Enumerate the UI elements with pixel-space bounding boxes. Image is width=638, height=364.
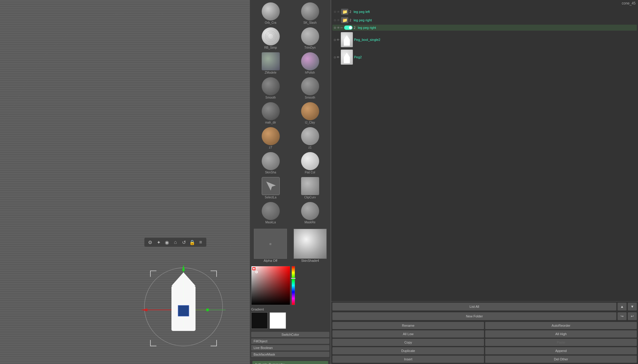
brush-label-smooth2: Smooth [305,96,315,99]
hue-marker [291,278,296,279]
brush-label-z7: z7 [269,146,272,149]
alpha-off-section[interactable]: α Alpha Off [251,229,290,262]
brush-item-clip-cur[interactable]: ClipCurv [291,176,329,200]
lock-icon[interactable]: 🔒 [189,239,196,246]
toggle-icon-4[interactable]: ⊙ [334,38,336,41]
eye-icon-3[interactable]: 👁 [337,26,340,29]
arrow-up-button[interactable]: ▲ [618,303,627,310]
all-high-button[interactable]: All High [485,330,637,338]
brush-item-mah-dir[interactable]: mah_dir [251,101,290,125]
brush-item-mask-re[interactable]: MaskRe [291,201,329,225]
material-section[interactable]: SkinShade4 [291,229,329,262]
brush-label-rb-simp: RB_Simp [264,46,277,49]
paste-button[interactable]: Paste [485,339,637,346]
subtool-item-leg-peg-left[interactable]: ⚙ 👁 📁 2 leg peg left [332,8,637,16]
subtool-item-leg-peg-right2[interactable]: ⚙ 👁 ✏ 2 leg peg right [332,25,637,31]
subtool-panel: cone_45 ⚙ 👁 📁 2 leg peg left ⚙ 👁 📁 2 leg… [331,0,638,364]
color-field[interactable] [251,266,290,305]
forward-button[interactable]: ↩ [628,312,637,320]
subtool-name-peg-bool: Peg_bool_single2 [354,38,636,41]
brush-thumb-select-la [262,177,280,195]
eye-icon-1[interactable]: 👁 [337,10,340,14]
auto-reorder-button[interactable]: AutoReorder [485,322,637,329]
brush-label-zmodel: ZModele [265,71,276,74]
rename-button[interactable]: Rename [332,322,484,329]
insert-button[interactable]: Insert [332,356,484,363]
subtool-name-leg-peg-right1: leg peg right [354,18,636,22]
eye-icon-2[interactable]: 👁 [337,19,340,22]
all-low-button[interactable]: All Low [332,330,484,338]
subtool-name-peg2: Peg2 [354,55,636,59]
brush-item-select-la[interactable]: SelectLa [251,176,290,200]
brush-label-flat-col: Flat Col [305,171,315,174]
location-icon[interactable]: ◉ [164,239,170,246]
brush-item-smooth[interactable]: Smooth [251,76,290,100]
new-folder-button[interactable]: New Folder [332,312,616,320]
brush-thumb-smooth2 [301,77,319,95]
brush-item-skinsha[interactable]: SkinSha [251,151,290,175]
copy-button[interactable]: Copy [332,339,484,346]
brush-label-clip-cur: ClipCurv [304,196,316,199]
folder-icon-1: 📁 [341,9,348,15]
subtool-item-leg-peg-right1[interactable]: ⚙ 👁 📁 2 leg peg right [332,16,637,24]
pencil-icon-3[interactable]: ✏ [341,26,343,29]
subtool-list: ⚙ 👁 📁 2 leg peg left ⚙ 👁 📁 2 leg peg rig… [331,7,638,301]
brush-item-rb-simp[interactable]: RB_Simp [251,26,290,50]
live-boolean-button[interactable]: Live Boolean [251,345,329,350]
alpha-thumb: α [254,229,287,259]
brush-item-sk-slash[interactable]: SK_Slash [291,1,329,26]
activate-symmetry-button[interactable]: Activate Symmetry [252,361,328,364]
redirect-button[interactable]: ↪ [618,312,627,320]
brush-item-orb-cra[interactable]: Orb_Cra [251,1,290,26]
fill-object-button[interactable]: FillObject [251,338,329,344]
material-label: SkinShade4 [301,259,319,262]
del-other-button[interactable]: Del Other [485,356,637,363]
brush-thumb-trim-dyn [301,27,319,45]
subtool-toggle-3[interactable] [344,26,353,30]
list-all-button[interactable]: List All [332,303,616,310]
brush-label-ij-clay: IJ_Clay [305,121,315,124]
pin-icon[interactable]: ✦ [155,239,162,246]
color-cursor-2 [255,271,258,273]
subtool-thumb-peg-bool [341,32,353,47]
gear-icon-3[interactable]: ⚙ [334,26,336,29]
brush-thumb-zmodel [262,52,280,70]
brush-item-smooth2[interactable]: Smooth [291,76,329,100]
brush-label-skinsha: SkinSha [265,171,276,174]
brush-thumb-mask-la [262,202,280,220]
gizmo-area[interactable] [132,247,235,349]
gear-icon-1[interactable]: ⚙ [334,10,336,14]
subtool-item-peg-bool[interactable]: ⊙ 👁 Peg_bool_single2 [332,31,637,48]
undo-icon[interactable]: ↺ [180,239,187,246]
switch-color-button[interactable]: SwitchColor [251,332,329,337]
layers-icon[interactable]: ≡ [197,239,204,246]
backface-mask-button[interactable]: BackfaceMask [251,352,329,357]
settings-icon[interactable]: ⚙ [147,239,153,246]
subtool-item-peg2[interactable]: ⊙ 👁 Peg2 [332,49,637,66]
alpha-material-row: α Alpha Off SkinShade4 [250,228,331,264]
viewport-toolbar: ⚙ ✦ ◉ ⌂ ↺ 🔒 ≡ [144,238,206,247]
brush-item-mask-la[interactable]: MaskLa [251,201,290,225]
brush-thumb-orb-cra [262,2,280,20]
duplicate-button[interactable]: Duplicate [332,347,484,354]
brush-item-zmodel[interactable]: ZModele [251,51,290,75]
brush-item-z1[interactable]: z1 [291,126,329,150]
home-icon[interactable]: ⌂ [172,239,179,246]
brush-thumb-rb-simp [262,27,280,45]
arrow-down-button[interactable]: ▼ [628,303,637,310]
swatch-white[interactable] [270,312,286,329]
brush-item-z7[interactable]: z7 [251,126,290,150]
append-button[interactable]: Append [485,347,637,354]
brush-item-trim-dyn[interactable]: TrimDyn [291,26,329,50]
hue-bar[interactable] [291,266,295,305]
brush-item-ij-clay[interactable]: IJ_Clay [291,101,329,125]
brush-item-flat-col[interactable]: Flat Col [291,151,329,175]
brush-thumb-ij-clay [301,102,319,120]
eye-icon-4[interactable]: 👁 [337,38,340,41]
toggle-icon-5[interactable]: ⊙ [334,56,336,59]
eye-icon-5[interactable]: 👁 [337,56,340,59]
viewport[interactable]: ⚙ ✦ ◉ ⌂ ↺ 🔒 ≡ [0,0,250,364]
brush-item-hpolish[interactable]: hPolish [291,51,329,75]
swatch-black[interactable] [251,312,268,329]
gear-icon-2[interactable]: ⚙ [334,19,336,22]
